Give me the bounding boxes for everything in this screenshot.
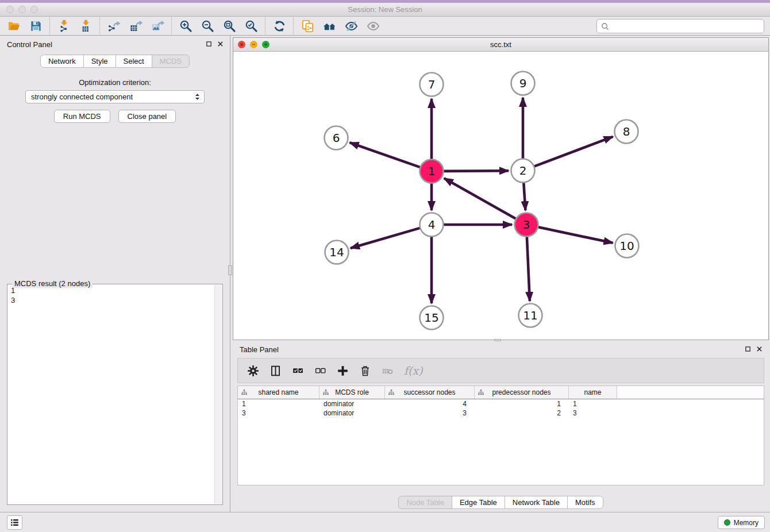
optimization-criterion-select[interactable]: strongly connected component [25,90,205,103]
mcds-result-text[interactable]: 13 [7,286,214,504]
node-label: 4 [428,218,436,232]
edge-4-14[interactable] [351,228,420,248]
save-session-icon [29,20,43,33]
node-1[interactable]: 1 [420,160,444,183]
memory-button[interactable]: Memory [718,516,765,529]
result-scrollbar[interactable] [214,285,222,504]
cell-name[interactable]: 3 [569,409,617,417]
panel-splitter-handle[interactable] [228,265,232,275]
import-table-button[interactable] [78,18,94,34]
edge-2-8[interactable] [534,137,613,167]
table-panel-title: Table Panel [240,345,279,354]
toolbar-separator [49,17,50,34]
clone-network-button[interactable] [299,18,315,34]
zoom-fit-button[interactable] [221,18,237,34]
open-file-button[interactable] [6,18,22,34]
tab-select[interactable]: Select [116,55,152,68]
mcds-result-group: MCDS result (2 nodes) 13 [7,284,223,505]
table-toolbar: f(x) [237,358,764,383]
column-header-predecessor-nodes[interactable]: predecessor nodes [475,386,569,399]
column-header-shared-name[interactable]: shared name [238,386,319,399]
node-2[interactable]: 2 [511,159,535,183]
tab-mcds[interactable]: MCDS [152,55,190,68]
hide-graphics-icon [345,20,358,33]
tab-style[interactable]: Style [83,55,116,68]
export-image-button[interactable] [149,18,165,34]
cell-MCDS-role[interactable]: dominator [319,400,385,408]
add-column-button[interactable] [336,364,349,377]
tab-node-table[interactable]: Node Table [398,496,452,509]
edge-2-3[interactable] [523,183,525,210]
cell-successor-nodes[interactable]: 4 [385,400,475,408]
edge-1-2[interactable] [444,171,509,171]
zoom-out-button[interactable] [199,18,215,34]
cell-MCDS-role[interactable]: dominator [319,409,385,417]
tab-network[interactable]: Network [40,55,84,68]
columns-button[interactable] [268,364,282,377]
horizontal-splitter-handle[interactable] [494,339,501,341]
table-row[interactable]: 3dominator323 [238,408,764,418]
search-field[interactable] [596,19,764,33]
tab-motifs[interactable]: Motifs [567,496,603,509]
close-panel-icon[interactable] [217,40,224,48]
refresh-icon [273,20,286,33]
edge-3-1[interactable] [444,178,516,218]
node-label: 14 [329,245,344,259]
edge-3-11[interactable] [527,237,530,301]
tab-edge-table[interactable]: Edge Table [452,496,505,509]
node-table: shared nameMCDS rolesuccessor nodesprede… [237,385,764,485]
float-table-panel-icon[interactable] [744,345,752,353]
export-table-button[interactable] [128,18,144,34]
network-canvas[interactable]: 7968124314101511 [233,51,768,340]
edge-1-6[interactable] [350,142,421,167]
table-row[interactable]: 1dominator411 [238,399,764,408]
close-table-panel-icon[interactable] [756,345,763,353]
task-history-icon[interactable] [7,515,22,530]
save-session-button[interactable] [28,18,44,34]
node-8[interactable]: 8 [615,120,638,144]
node-9[interactable]: 9 [511,72,535,95]
export-network-button[interactable] [106,18,122,34]
cell-name[interactable]: 1 [569,400,617,408]
cell-successor-nodes[interactable]: 3 [385,409,475,417]
hide-graphics-button[interactable] [343,18,359,34]
deselect-all-button[interactable] [313,364,327,377]
close-panel-button[interactable]: Close panel [118,110,176,123]
open-file-icon [7,20,21,33]
table-header-row: shared nameMCDS rolesuccessor nodesprede… [238,386,764,399]
zoom-in-button[interactable] [178,18,194,34]
column-header-MCDS-role[interactable]: MCDS role [319,386,385,399]
node-6[interactable]: 6 [325,126,348,150]
run-mcds-button[interactable]: Run MCDS [54,110,110,123]
node-14[interactable]: 14 [325,241,349,264]
search-input[interactable] [612,20,764,32]
zoom-fit-icon [223,20,236,33]
node-11[interactable]: 11 [519,304,542,327]
node-10[interactable]: 10 [615,234,639,258]
show-networks-button[interactable] [321,18,337,34]
zoom-selected-button[interactable] [243,18,259,34]
cell-predecessor-nodes[interactable]: 2 [475,409,569,417]
gear-button[interactable] [246,364,260,377]
select-all-button[interactable] [291,364,305,377]
table-delete-button [380,364,394,377]
cell-shared-name[interactable]: 1 [238,400,319,408]
show-graphics-button [365,18,381,34]
toolbar-separator [171,17,172,34]
export-image-icon [151,20,164,33]
cell-shared-name[interactable]: 3 [238,409,319,417]
refresh-button[interactable] [271,18,287,34]
node-15[interactable]: 15 [420,306,444,330]
node-4[interactable]: 4 [420,213,444,237]
cell-predecessor-nodes[interactable]: 1 [475,400,569,408]
delete-button[interactable] [358,364,372,377]
node-3[interactable]: 3 [515,213,538,237]
edge-3-10[interactable] [538,227,613,243]
import-network-button[interactable] [56,18,72,34]
column-header-successor-nodes[interactable]: successor nodes [385,386,475,399]
tab-network-table[interactable]: Network Table [505,496,568,509]
float-panel-icon[interactable] [205,40,213,48]
node-7[interactable]: 7 [420,73,444,97]
column-header-name[interactable]: name [569,386,617,399]
node-label: 2 [519,164,527,178]
